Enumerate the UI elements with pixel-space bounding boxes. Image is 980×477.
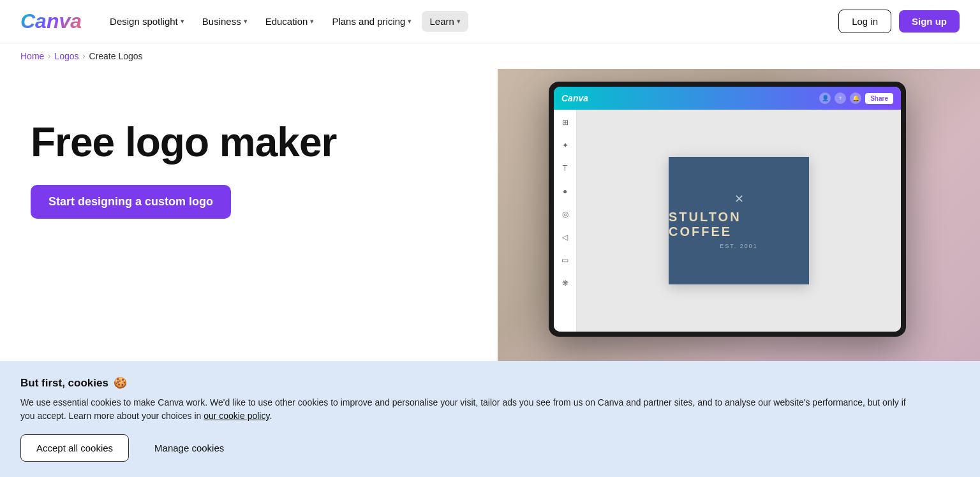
editor-tool-elements[interactable]: ✦ xyxy=(558,138,573,153)
cookie-banner: But first, cookies 🍪 We use essential co… xyxy=(0,361,980,477)
chevron-down-icon: ▾ xyxy=(408,17,412,26)
editor-tool-grid[interactable]: ⊞ xyxy=(558,115,573,130)
nav-plans-pricing[interactable]: Plans and pricing ▾ xyxy=(324,11,419,32)
main-nav: Design spotlight ▾ Business ▾ Education … xyxy=(102,11,838,32)
breadcrumb-separator: › xyxy=(48,52,50,61)
laptop-mockup: Canva 👤 + 🔔 Share ⊞ ✦ T ● ◎ xyxy=(549,82,906,337)
nav-education[interactable]: Education ▾ xyxy=(258,11,322,32)
cookie-text: We use essential cookies to make Canva w… xyxy=(20,396,914,423)
editor-add-icon: + xyxy=(835,92,846,104)
site-header: Canva Design spotlight ▾ Business ▾ Educ… xyxy=(0,0,980,43)
hero-title: Free logo maker xyxy=(31,120,477,165)
editor-tool-apps[interactable]: ❋ xyxy=(558,275,573,291)
editor-tool-background[interactable]: ◎ xyxy=(558,207,573,222)
editor-canva-logo: Canva xyxy=(561,93,588,103)
chevron-down-icon: ▾ xyxy=(181,17,184,26)
editor-share-button[interactable]: Share xyxy=(865,93,893,104)
editor-tool-text[interactable]: T xyxy=(558,161,573,176)
laptop-screen: Canva 👤 + 🔔 Share ⊞ ✦ T ● ◎ xyxy=(554,87,901,332)
editor-tool-undo[interactable]: ◁ xyxy=(558,230,573,245)
breadcrumb-home[interactable]: Home xyxy=(20,51,44,61)
login-button[interactable]: Log in xyxy=(838,10,891,33)
editor-avatar-icon: 👤 xyxy=(819,92,831,104)
canva-logo[interactable]: Canva xyxy=(20,10,82,33)
editor-tool-shapes[interactable]: ▭ xyxy=(558,253,573,268)
breadcrumb-current: Create Logos xyxy=(89,51,143,61)
logo-cross-symbol: ✕ xyxy=(734,192,744,206)
editor-tool-brand[interactable]: ● xyxy=(558,184,573,199)
cta-button[interactable]: Start designing a custom logo xyxy=(31,185,231,219)
editor-sidebar: ⊞ ✦ T ● ◎ ◁ ▭ ❋ xyxy=(554,110,577,332)
chevron-down-icon: ▾ xyxy=(457,17,461,26)
breadcrumb-separator: › xyxy=(83,52,85,61)
logo-brand-name: STULTON COFFEE xyxy=(669,210,809,239)
editor-canvas: ✕ STULTON COFFEE EST. 2001 xyxy=(577,110,901,332)
editor-body: ⊞ ✦ T ● ◎ ◁ ▭ ❋ ✕ STULTON COFFEE EST. 2 xyxy=(554,110,901,332)
cookie-actions: Accept all cookies Manage cookies xyxy=(20,434,960,462)
signup-button[interactable]: Sign up xyxy=(899,10,960,33)
header-actions: Log in Sign up xyxy=(838,10,960,33)
breadcrumb: Home › Logos › Create Logos xyxy=(0,43,980,69)
nav-learn[interactable]: Learn ▾ xyxy=(422,11,468,32)
breadcrumb-logos[interactable]: Logos xyxy=(54,51,78,61)
cookie-emoji: 🍪 xyxy=(114,376,127,390)
editor-bell-icon: 🔔 xyxy=(850,92,861,104)
cookie-policy-link[interactable]: our cookie policy xyxy=(204,411,269,421)
nav-design-spotlight[interactable]: Design spotlight ▾ xyxy=(102,11,192,32)
editor-header: Canva 👤 + 🔔 Share xyxy=(554,87,901,110)
accept-cookies-button[interactable]: Accept all cookies xyxy=(20,434,129,462)
editor-header-right: 👤 + 🔔 Share xyxy=(819,92,893,104)
nav-business[interactable]: Business ▾ xyxy=(195,11,255,32)
chevron-down-icon: ▾ xyxy=(244,17,248,26)
logo-design-card: ✕ STULTON COFFEE EST. 2001 xyxy=(669,157,809,284)
chevron-down-icon: ▾ xyxy=(310,17,314,26)
logo-established-text: EST. 2001 xyxy=(720,243,758,249)
cookie-title: But first, cookies 🍪 xyxy=(20,376,960,390)
manage-cookies-button[interactable]: Manage cookies xyxy=(139,435,239,461)
